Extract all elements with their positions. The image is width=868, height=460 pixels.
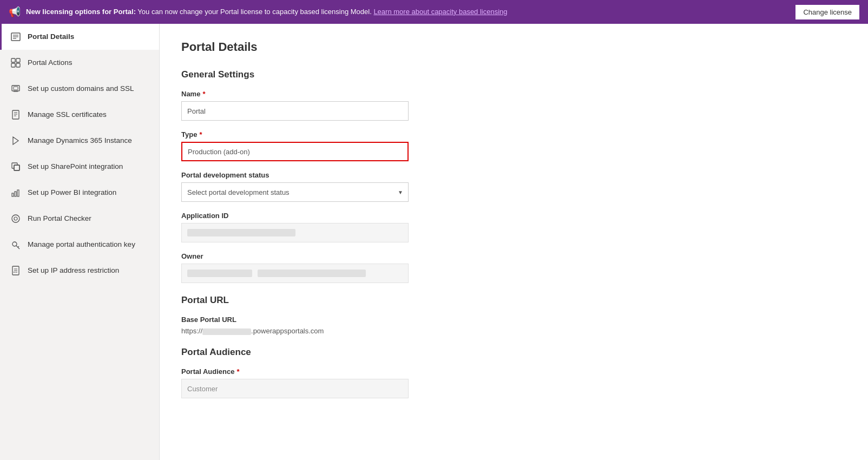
- sidebar-item-portal-actions[interactable]: Portal Actions: [0, 50, 159, 76]
- app-id-label: Application ID: [181, 212, 846, 220]
- sidebar-label-portal-checker: Run Portal Checker: [28, 214, 91, 224]
- sidebar-item-auth-key[interactable]: Manage portal authentication key: [0, 232, 159, 258]
- type-required-star: *: [199, 130, 202, 139]
- sidebar-item-portal-details[interactable]: Portal Details: [0, 24, 159, 50]
- name-label: Name *: [181, 90, 846, 98]
- portal-audience-section: Portal Audience Portal Audience *: [181, 347, 846, 398]
- name-field-group: Name *: [181, 90, 846, 121]
- banner-text: New licensing options for Portal: You ca…: [26, 7, 790, 17]
- svg-rect-19: [12, 193, 14, 196]
- sidebar-item-portal-checker[interactable]: Run Portal Checker: [0, 206, 159, 232]
- name-input[interactable]: [181, 101, 409, 121]
- svg-line-26: [18, 246, 19, 247]
- main-content: Portal Details General Settings Name * T…: [160, 24, 868, 460]
- owner-blurred: [187, 270, 252, 277]
- svg-rect-4: [11, 58, 15, 62]
- general-settings-section: General Settings Name * Type * Portal d: [181, 69, 846, 283]
- sidebar-item-custom-domains[interactable]: Set up custom domains and SSL: [0, 76, 159, 102]
- owner-value: [181, 264, 409, 283]
- svg-rect-21: [17, 190, 19, 196]
- sidebar-label-portal-actions: Portal Actions: [28, 58, 73, 68]
- svg-point-23: [14, 217, 17, 220]
- base-url-field-group: Base Portal URL https://.powerappsportal…: [181, 316, 846, 335]
- audience-label: Portal Audience *: [181, 367, 846, 376]
- sidebar-label-custom-domains: Set up custom domains and SSL: [28, 84, 134, 94]
- audience-required-star: *: [236, 367, 239, 376]
- audience-field-group: Portal Audience *: [181, 367, 846, 398]
- banner-icon: 📢: [9, 6, 21, 18]
- learn-more-link[interactable]: Learn more about capacity based licensin…: [373, 8, 507, 16]
- owner-label: Owner: [181, 252, 846, 260]
- portal-actions-icon: [10, 57, 21, 68]
- sidebar-item-sharepoint[interactable]: Set up SharePoint integration: [0, 154, 159, 180]
- audience-input[interactable]: [181, 379, 409, 398]
- svg-rect-6: [11, 63, 15, 67]
- portal-audience-title: Portal Audience: [181, 347, 846, 358]
- sidebar-label-dynamics-instance: Manage Dynamics 365 Instance: [28, 136, 132, 146]
- dev-status-field-group: Portal development status Select portal …: [181, 171, 846, 202]
- url-blurred: [202, 328, 251, 335]
- page-title: Portal Details: [181, 40, 846, 54]
- dev-status-select[interactable]: Select portal development status: [181, 182, 409, 202]
- sidebar-item-powerbi[interactable]: Set up Power BI integration: [0, 180, 159, 206]
- app-id-field-group: Application ID: [181, 212, 846, 242]
- svg-rect-20: [15, 192, 16, 196]
- portal-checker-icon: [10, 213, 21, 224]
- sidebar-item-ip-restriction[interactable]: Set up IP address restriction: [0, 258, 159, 284]
- base-url-label: Base Portal URL: [181, 316, 846, 324]
- svg-rect-5: [16, 58, 20, 62]
- app-id-blurred: [187, 229, 295, 236]
- svg-rect-11: [12, 110, 19, 119]
- svg-point-22: [12, 215, 19, 222]
- ssl-certs-icon: [10, 109, 21, 120]
- licensing-banner: 📢 New licensing options for Portal: You …: [0, 0, 868, 24]
- custom-domains-icon: [10, 83, 21, 94]
- owner-blurred-2: [258, 270, 366, 277]
- sidebar-item-dynamics-instance[interactable]: Manage Dynamics 365 Instance: [0, 128, 159, 154]
- general-settings-title: General Settings: [181, 69, 846, 80]
- sharepoint-icon: [10, 161, 21, 172]
- name-required-star: *: [202, 90, 205, 98]
- base-url-value: https://.powerappsportals.com: [181, 327, 846, 335]
- sidebar-label-portal-details: Portal Details: [28, 32, 74, 42]
- dev-status-select-wrapper: Select portal development status: [181, 182, 409, 202]
- sidebar-label-sharepoint: Set up SharePoint integration: [28, 162, 123, 172]
- svg-rect-17: [14, 165, 19, 170]
- change-license-button[interactable]: Change license: [795, 5, 859, 19]
- svg-rect-9: [14, 87, 18, 90]
- svg-marker-15: [13, 137, 18, 144]
- type-input[interactable]: [181, 142, 409, 161]
- owner-field-group: Owner: [181, 252, 846, 283]
- dev-status-label: Portal development status: [181, 171, 846, 179]
- portal-url-section: Portal URL Base Portal URL https://.powe…: [181, 295, 846, 335]
- type-label: Type *: [181, 130, 846, 139]
- sidebar-item-ssl-certs[interactable]: Manage SSL certificates: [0, 102, 159, 128]
- sidebar-label-powerbi: Set up Power BI integration: [28, 188, 116, 198]
- svg-rect-7: [16, 63, 20, 67]
- sidebar-label-ip-restriction: Set up IP address restriction: [28, 266, 119, 275]
- app-id-value: [181, 223, 409, 242]
- dynamics-instance-icon: [10, 135, 21, 146]
- powerbi-icon: [10, 187, 21, 198]
- sidebar-label-ssl-certs: Manage SSL certificates: [28, 110, 107, 120]
- auth-key-icon: [10, 239, 21, 250]
- svg-point-24: [12, 242, 17, 246]
- type-field-group: Type *: [181, 130, 846, 161]
- sidebar-label-auth-key: Manage portal authentication key: [28, 240, 135, 249]
- portal-details-icon: [10, 31, 21, 42]
- portal-url-title: Portal URL: [181, 295, 846, 306]
- ip-restriction-icon: [10, 265, 21, 276]
- sidebar: Portal Details Portal Actions: [0, 24, 160, 460]
- svg-point-30: [14, 272, 15, 273]
